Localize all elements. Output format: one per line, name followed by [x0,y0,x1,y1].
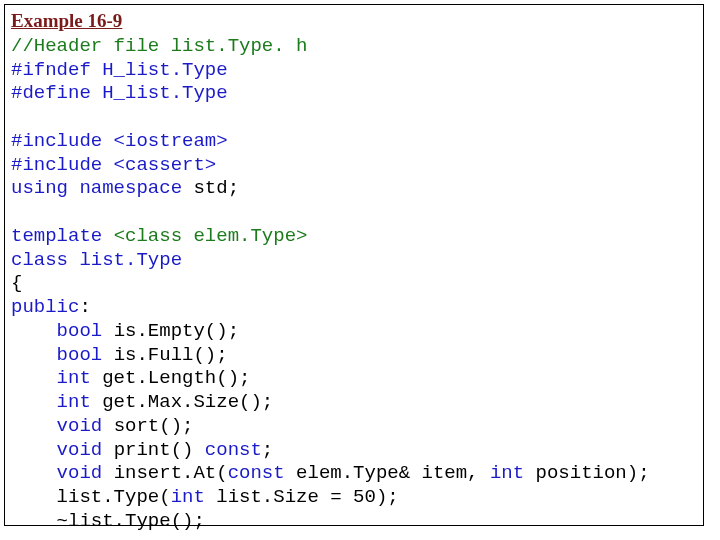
code-kw: int [11,391,102,413]
code-kw: void [11,439,114,461]
code-text: list.Type( [11,486,171,508]
code-kw: int [171,486,217,508]
code-text: std; [193,177,239,199]
code-kw: public [11,296,79,318]
code-text: ~list.Type(); [11,510,205,532]
code-line: class list.Type [11,249,182,271]
code-kw: template [11,225,114,247]
code-kw: bool [11,344,114,366]
code-kw: bool [11,320,114,342]
code-kw: using namespace [11,177,193,199]
code-kw: int [490,462,536,484]
code-kw: int [11,367,102,389]
code-kw: const [205,439,262,461]
code-brace: { [11,272,22,294]
example-title: Example 16-9 [11,10,122,31]
code-text: list.Size = 50); [216,486,398,508]
code-line: #include <iostream> [11,130,228,152]
code-text: insert.At( [114,462,228,484]
code-comment: //Header file list.Type. h [11,35,307,57]
code-text: is.Empty(); [114,320,239,342]
code-punct: ; [262,439,273,461]
code-line: #define H_list.Type [11,82,228,104]
code-kw: void [11,415,114,437]
code-text: get.Max.Size(); [102,391,273,413]
code-text: elem.Type& item, [296,462,490,484]
code-punct: : [79,296,90,318]
code-text: print() [114,439,205,461]
code-frame: Example 16-9 //Header file list.Type. h … [4,4,704,526]
code-text: get.Length(); [102,367,250,389]
code-text: sort(); [114,415,194,437]
code-text: position); [536,462,650,484]
code-tmpl: <class elem.Type> [114,225,308,247]
code-kw: void [11,462,114,484]
code-text: is.Full(); [114,344,228,366]
code-line: #ifndef H_list.Type [11,59,228,81]
code-line: #include <cassert> [11,154,216,176]
code-kw: const [228,462,296,484]
